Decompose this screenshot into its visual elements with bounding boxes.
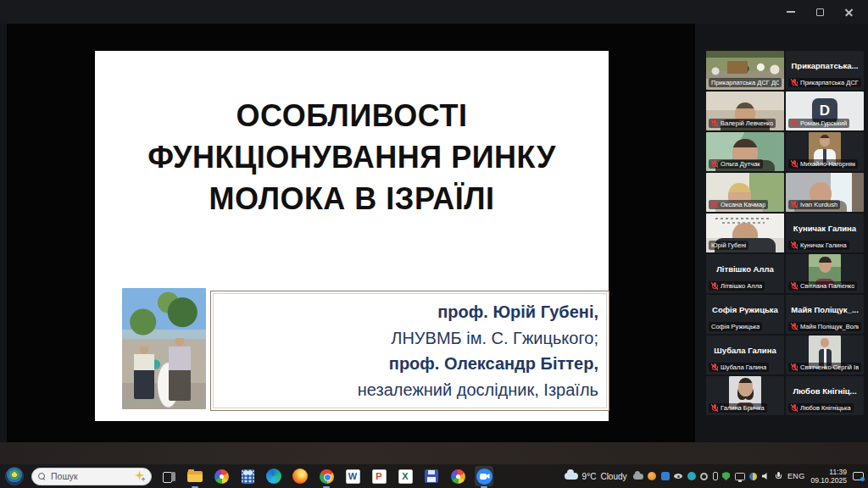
participant-name-text: Любов Кнігніцька	[800, 404, 851, 412]
slide-title-line: ФУНКЦІОНУВАННЯ РИНКУ	[95, 136, 609, 178]
tray-phone-icon[interactable]	[713, 472, 718, 480]
participant-label: Ольга Дутчак	[709, 159, 763, 169]
tray-display-icon[interactable]	[735, 473, 745, 480]
participant-label: Роман Гурський	[788, 119, 849, 128]
participant-tile[interactable]: Валерій Левченко	[706, 92, 784, 130]
weather-condition: Cloudy	[600, 472, 626, 481]
powerpoint-icon: P	[372, 469, 387, 484]
media-app-button[interactable]	[448, 466, 467, 486]
participant-tile[interactable]: Ivan Kurdush	[786, 173, 864, 212]
calculator-button[interactable]	[238, 466, 257, 486]
minimize-button[interactable]	[776, 0, 805, 24]
participant-tile[interactable]: Софія Ружицька Софія Ружицька	[706, 295, 784, 334]
participant-name-text: Літвішко Алла	[721, 282, 762, 290]
maximize-icon	[816, 8, 824, 16]
participant-tile[interactable]: Святченко Сергій Іва...	[786, 336, 864, 374]
author-line: проф. Юрій Губені,	[221, 302, 598, 322]
participant-tile[interactable]: Прикарпатська ДСГ ДС ...	[706, 51, 784, 90]
slide-authors-box: проф. Юрій Губені, ЛНУВМБ ім. С. Гжицько…	[210, 291, 609, 411]
participant-name-text: Ольга Дутчак	[721, 160, 760, 168]
tray-cloud-icon[interactable]	[633, 474, 643, 480]
slide-title: ОСОБЛИВОСТІ ФУНКЦІОНУВАННЯ РИНКУ МОЛОКА …	[95, 95, 609, 219]
taskbar-left: W P X	[5, 466, 493, 486]
tray-eye-icon[interactable]	[674, 474, 682, 479]
participant-tile[interactable]: Михайло Нагорняк	[786, 132, 864, 171]
weather-widget[interactable]: 9°C Cloudy	[565, 472, 627, 481]
muted-mic-icon	[791, 119, 798, 127]
participant-name-text: Прикарпатська ДСГ ДС ...	[711, 79, 779, 86]
window-titlebar	[0, 0, 868, 24]
tray-ring-icon[interactable]	[700, 473, 708, 480]
participant-tile[interactable]: Світлана Палієнко	[786, 254, 864, 293]
participant-tile[interactable]: D Роман Гурський	[786, 92, 864, 130]
participant-tile[interactable]: Шубала Галина Шубала Галина	[706, 336, 784, 374]
zoom-app-button[interactable]	[475, 466, 493, 486]
participant-name-text: Оксана Качмар	[721, 201, 765, 208]
word-icon: W	[346, 469, 360, 484]
tray-bluetooth-icon[interactable]	[749, 473, 757, 480]
close-icon	[844, 8, 854, 17]
participant-tile[interactable]: Любов Кнігніц... Любов Кнігніцька	[786, 376, 864, 415]
edge-icon	[266, 469, 281, 484]
firefox-button[interactable]	[291, 466, 309, 486]
start-button[interactable]	[5, 467, 24, 485]
muted-mic-icon	[791, 79, 798, 86]
photos-app-button[interactable]	[212, 466, 231, 486]
muted-mic-icon	[711, 363, 718, 371]
edge-button[interactable]	[264, 466, 283, 486]
task-view-button[interactable]	[159, 466, 178, 486]
tray-app-icon[interactable]	[687, 472, 696, 480]
microphone-icon[interactable]	[775, 472, 782, 480]
taskbar-search[interactable]	[31, 468, 152, 485]
close-button[interactable]	[834, 0, 863, 24]
maximize-button[interactable]	[805, 0, 834, 24]
folder-icon	[187, 471, 203, 482]
participant-tile[interactable]: Куничак Галина Куничак Галина	[786, 214, 864, 252]
participants-grid: Прикарпатська ДСГ ДС ... Прикарпатська..…	[706, 51, 864, 415]
shared-slide: ОСОБЛИВОСТІ ФУНКЦІОНУВАННЯ РИНКУ МОЛОКА …	[95, 51, 609, 421]
participant-label: Прикарпатська ДСГ ...	[788, 78, 861, 87]
firefox-icon	[292, 469, 308, 484]
participant-display-name: Майя Поліщук_...	[786, 305, 864, 314]
slide-title-line: МОЛОКА В ІЗРАЇЛІ	[95, 178, 609, 219]
taskbar-clock[interactable]: 11:39 09.10.2025	[810, 468, 847, 485]
muted-mic-icon	[711, 404, 718, 412]
muted-mic-icon	[791, 241, 798, 249]
muted-mic-icon	[791, 160, 798, 168]
participant-tile[interactable]: Галина Бричка	[706, 376, 784, 415]
volume-icon[interactable]	[762, 472, 771, 480]
participant-tile[interactable]: Ольга Дутчак	[706, 132, 784, 171]
excel-button[interactable]: X	[396, 466, 415, 486]
chrome-button[interactable]	[317, 466, 336, 486]
notification-center-icon[interactable]	[853, 472, 864, 480]
search-input[interactable]	[49, 470, 130, 482]
powerpoint-button[interactable]: P	[370, 466, 388, 486]
tray-antivirus-icon[interactable]	[648, 472, 656, 480]
participant-display-name: Софія Ружицька	[706, 305, 784, 314]
tray-messenger-icon[interactable]	[661, 472, 670, 480]
participant-label: Шубала Галина	[709, 363, 769, 372]
author-line: незалежний дослідник, Ізраїль	[221, 380, 598, 400]
participant-label: Святченко Сергій Іва...	[788, 363, 861, 372]
participant-name-text: Ivan Kurdush	[800, 201, 837, 208]
muted-mic-icon	[791, 323, 798, 330]
backup-app-button[interactable]	[422, 466, 441, 486]
search-icon	[38, 473, 45, 480]
participant-label: Софія Ружицька	[709, 322, 762, 331]
language-indicator[interactable]: ENG	[787, 472, 804, 480]
task-view-icon	[163, 471, 175, 482]
participant-name-text: Валерій Левченко	[721, 119, 773, 127]
participant-label: Юрій Губені	[709, 241, 748, 250]
participant-tile[interactable]: Літвішко Алла Літвішко Алла	[706, 254, 784, 293]
file-explorer-button[interactable]	[186, 466, 204, 486]
floppy-icon	[425, 469, 438, 483]
participant-label: Куничак Галина	[788, 241, 849, 250]
pinwheel-icon	[451, 469, 465, 484]
participant-tile[interactable]: Юрій Губені	[706, 214, 784, 252]
muted-mic-icon	[791, 404, 798, 412]
participant-tile[interactable]: Оксана Качмар	[706, 173, 784, 212]
tray-security-icon[interactable]	[722, 472, 730, 480]
participant-tile[interactable]: Прикарпатська... Прикарпатська ДСГ ...	[786, 51, 864, 90]
word-button[interactable]: W	[343, 466, 362, 486]
participant-tile[interactable]: Майя Поліщук_... Майя Поліщук_Воли...	[786, 295, 864, 334]
